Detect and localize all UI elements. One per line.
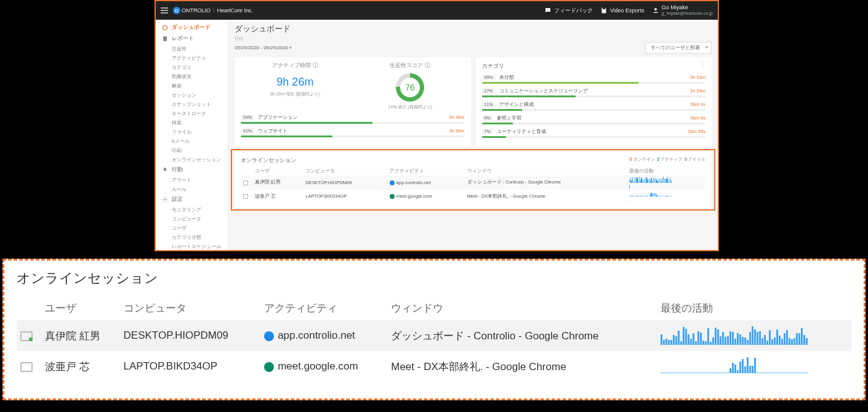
sidebar-report-2[interactable]: カテゴリ xyxy=(156,63,228,72)
sidebar-setting-0[interactable]: モニタリング xyxy=(156,205,228,214)
checkbox[interactable] xyxy=(243,194,248,199)
zcell-computer: DESKTOP.HIOPDM09 xyxy=(120,320,261,351)
cell-last xyxy=(627,190,705,203)
sidebar-report-8[interactable]: 検索 xyxy=(156,118,228,127)
sidebar-report-6[interactable]: スナップショット xyxy=(156,100,228,109)
cat-label: 未分類 xyxy=(499,74,514,81)
sidebar-report-4[interactable]: 解雇 xyxy=(156,81,228,91)
col-window: ウィンドウ xyxy=(465,167,627,176)
topbar: C ONTROLIO \ HeartCore Inc. フィードバック Vide… xyxy=(156,1,718,20)
col-activity: アクティビティ xyxy=(387,167,465,176)
sidebar-report-12[interactable]: オンラインセッション xyxy=(156,155,228,164)
sidebar-setting-3[interactable]: カテゴリ分類 xyxy=(156,233,228,242)
cat-pct: 9% xyxy=(482,115,493,121)
zcell-user: 波亜戸 芯 xyxy=(41,351,120,382)
app-time: 5h 36m xyxy=(449,115,464,120)
score-sub: 14% 減少 (前期間より) xyxy=(356,104,465,110)
zoom-table: ユーザ コンピュータ アクティビティ ウィンドウ 最後の活動 真伊院 紅男DES… xyxy=(17,296,851,382)
cat-time: 3h 53m xyxy=(690,75,705,80)
sessions-legend: 0 オンライン 2 アクティブ 0 アイドル xyxy=(630,156,705,163)
menu-icon[interactable] xyxy=(161,6,168,15)
cell-window: ダッシュボード - Controlio - Google Chrome xyxy=(465,176,627,190)
categories-title: カテゴリ xyxy=(482,62,504,70)
zoom-row-1[interactable]: 波亜戸 芯LAPTOP.BIKD34OPmeet.google.comMeet … xyxy=(17,351,851,382)
date-range-picker[interactable]: 05/25/2020 - 05/25/2020 xyxy=(235,45,292,50)
category-row-1[interactable]: 27%コミュニケーションとスケジューリング2h 24m xyxy=(482,87,706,97)
categories-card: カテゴリ ⋮ 45%未分類3h 53m27%コミュニケーションとスケジューリング… xyxy=(476,57,712,147)
user-menu[interactable]: Go Miyake g_miyake@heartcore.co.jp xyxy=(652,5,713,16)
zcell-activity: app.controlio.net xyxy=(260,320,387,351)
checkbox[interactable] xyxy=(20,362,33,372)
sidebar-item-actions[interactable]: 行動 xyxy=(156,164,228,176)
bell-icon xyxy=(162,167,168,173)
session-row-1[interactable]: 波亜戸 芯LAPTOP.BIKD34OPmeet.google.comMeet … xyxy=(241,190,705,203)
cat-label: コミュニケーションとスケジューリング xyxy=(499,87,588,94)
col-user: ユーザ xyxy=(252,167,303,176)
cat-label: 参照と学習 xyxy=(497,115,521,121)
user-name: Go Miyake xyxy=(662,5,713,11)
user-filter-select[interactable]: すべてのユーザと部署 xyxy=(645,42,712,54)
activity-icon xyxy=(390,194,395,199)
zcell-window: Meet - DX本部終礼. - Google Chrome xyxy=(387,351,657,382)
category-row-2[interactable]: 11%デザインと構成58m 9s xyxy=(482,101,706,111)
cat-pct: 27% xyxy=(482,88,496,94)
zcell-last xyxy=(657,351,851,382)
gear-icon xyxy=(162,196,168,203)
feedback-button[interactable]: フィードバック xyxy=(544,7,593,15)
web-pct: 41% xyxy=(241,128,254,134)
sidebar-actions-label: 行動 xyxy=(172,166,183,174)
web-label: ウェブサイト xyxy=(258,127,287,134)
sidebar-report-3[interactable]: 勤務状況 xyxy=(156,72,228,81)
video-exports-label: Video Exports xyxy=(610,7,645,14)
report-icon xyxy=(162,36,168,42)
zoom-title: オンラインセッション xyxy=(17,269,851,288)
checkbox[interactable] xyxy=(243,180,248,185)
session-row-0[interactable]: 真伊院 紅男DESKTOP.HIOPDM09app.controlio.netダ… xyxy=(241,176,705,190)
sidebar: ダッシュボード レポート 生産性アクティビティカテゴリ勤務状況解雇セッションスナ… xyxy=(156,20,228,250)
sidebar-report-1[interactable]: アクティビティ xyxy=(156,54,228,63)
sidebar-item-dashboard[interactable]: ダッシュボード xyxy=(156,22,228,33)
zcol-computer: コンピュータ xyxy=(120,296,261,320)
cat-pct: 11% xyxy=(482,102,496,107)
sidebar-report-10[interactable]: Eメール xyxy=(156,137,228,146)
sidebar-setting-1[interactable]: コンピュータ xyxy=(156,214,228,224)
sparkline xyxy=(661,326,808,345)
sparkline xyxy=(629,191,672,197)
score-label: 生産性スコア ⓘ xyxy=(356,62,465,70)
sidebar-action-0[interactable]: アラート xyxy=(156,176,228,185)
cell-computer: LAPTOP.BIKD34OP xyxy=(303,190,387,203)
activity-icon xyxy=(264,331,274,341)
sidebar-item-settings[interactable]: 設定 xyxy=(156,194,228,205)
category-row-3[interactable]: 9%参照と学習50m 8s xyxy=(482,115,706,124)
dashboard-icon xyxy=(162,25,168,31)
sidebar-item-reports[interactable]: レポート xyxy=(156,33,228,44)
sidebar-report-7[interactable]: キーストローク xyxy=(156,109,228,118)
sidebar-report-5[interactable]: セッション xyxy=(156,91,228,100)
video-exports-button[interactable]: Video Exports xyxy=(600,7,645,14)
card-menu-icon[interactable]: ⋮ xyxy=(700,62,705,70)
svg-point-0 xyxy=(654,8,657,10)
zcell-last xyxy=(657,320,851,351)
feedback-label: フィードバック xyxy=(554,7,593,15)
user-icon xyxy=(652,7,659,14)
zcol-last: 最後の活動 xyxy=(657,296,851,320)
user-email: g_miyake@heartcore.co.jp xyxy=(662,11,713,16)
metrics-card: アクティブ時間 ⓘ 9h 26m 8h 29m 増加 (前期間より) 生産性スコ… xyxy=(235,57,471,147)
checkbox[interactable] xyxy=(20,331,33,341)
category-row-0[interactable]: 45%未分類3h 53m xyxy=(482,74,706,84)
sidebar-setting-4[interactable]: レポートスケジュール xyxy=(156,242,228,250)
sidebar-setting-2[interactable]: ユーザ xyxy=(156,224,228,233)
sidebar-report-9[interactable]: ファイル xyxy=(156,127,228,137)
cell-activity: app.controlio.net xyxy=(387,176,465,190)
sidebar-reports-label: レポート xyxy=(172,35,194,42)
category-row-4[interactable]: 7%ユーティリティと育成38m 55s xyxy=(482,128,706,138)
brand-name: ONTROLIO xyxy=(182,7,211,14)
sidebar-action-1[interactable]: ルール xyxy=(156,185,228,194)
sidebar-report-11[interactable]: 印刷 xyxy=(156,146,228,155)
zcell-activity: meet.google.com xyxy=(260,351,387,382)
cell-last xyxy=(627,176,705,190)
zoom-row-0[interactable]: 真伊院 紅男DESKTOP.HIOPDM09app.controlio.netダ… xyxy=(17,320,851,351)
sidebar-report-0[interactable]: 生産性 xyxy=(156,44,228,54)
cat-label: デザインと構成 xyxy=(499,101,534,108)
sessions-card: オンラインセッション 0 オンライン 2 アクティブ 0 アイドル ユーザ コン… xyxy=(235,151,712,208)
